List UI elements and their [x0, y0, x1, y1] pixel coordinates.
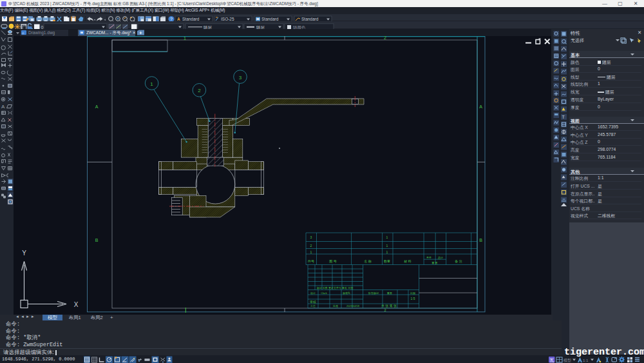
svg-text:单件: 单件	[426, 255, 431, 259]
svg-text:Standard: Standard	[182, 17, 200, 21]
svg-text:1: 1	[150, 81, 153, 86]
svg-text:?: ?	[170, 17, 173, 21]
svg-text:Standard: Standard	[261, 17, 279, 21]
svg-text:Standard: Standard	[301, 17, 319, 21]
svg-text:X: X	[74, 300, 79, 308]
svg-text:设计: 设计	[310, 291, 316, 295]
svg-text:B: B	[479, 237, 482, 242]
svg-text:1: 1	[310, 250, 312, 253]
svg-text:ISO-25: ISO-25	[221, 17, 234, 21]
svg-text:总计: 总计	[437, 255, 443, 259]
svg-text:1: 1	[386, 250, 388, 253]
svg-text:1:1: 1:1	[583, 358, 589, 362]
svg-text:2: 2	[310, 243, 312, 247]
svg-text:1: 1	[386, 243, 388, 247]
svg-text:2: 2	[384, 36, 386, 40]
svg-text:T: T	[562, 115, 565, 119]
svg-text:2: 2	[384, 308, 386, 312]
svg-text:瓦: 瓦	[550, 357, 554, 362]
svg-text:重 量: 重 量	[431, 260, 437, 264]
svg-text:A: A	[1, 103, 5, 109]
svg-text:图 号: 图 号	[329, 259, 336, 263]
svg-text:审核: 审核	[310, 299, 316, 303]
svg-text:备 注: 备 注	[455, 259, 462, 262]
svg-text:A: A	[479, 104, 482, 108]
svg-text:工艺: 工艺	[310, 304, 316, 308]
svg-text:⌂: ⌂	[22, 31, 24, 35]
svg-text:1: 1	[184, 36, 186, 41]
svg-text:批准: 批准	[333, 304, 338, 308]
svg-text:A: A	[95, 104, 99, 108]
svg-text:Y: Y	[22, 249, 26, 256]
svg-text:B: B	[95, 237, 99, 242]
svg-text:1:5: 1:5	[411, 296, 415, 300]
svg-text:3: 3	[239, 74, 242, 80]
svg-text:3: 3	[310, 235, 312, 239]
svg-text:1: 1	[386, 235, 388, 239]
svg-text:名 称: 名 称	[364, 259, 371, 262]
svg-text:模型: 模型	[564, 357, 571, 362]
svg-text:共 张 第 张: 共 张 第 张	[381, 304, 397, 308]
svg-text:2: 2	[198, 88, 201, 93]
svg-text:2023/04/18: 2023/04/18	[346, 304, 360, 308]
svg-text:Clark: Clark	[321, 291, 327, 295]
svg-text:重量: 重量	[386, 291, 392, 295]
svg-text:A: A	[177, 17, 180, 21]
svg-text:材 料: 材 料	[403, 259, 411, 263]
svg-text:数量: 数量	[384, 259, 390, 262]
svg-text:件号: 件号	[307, 259, 314, 262]
